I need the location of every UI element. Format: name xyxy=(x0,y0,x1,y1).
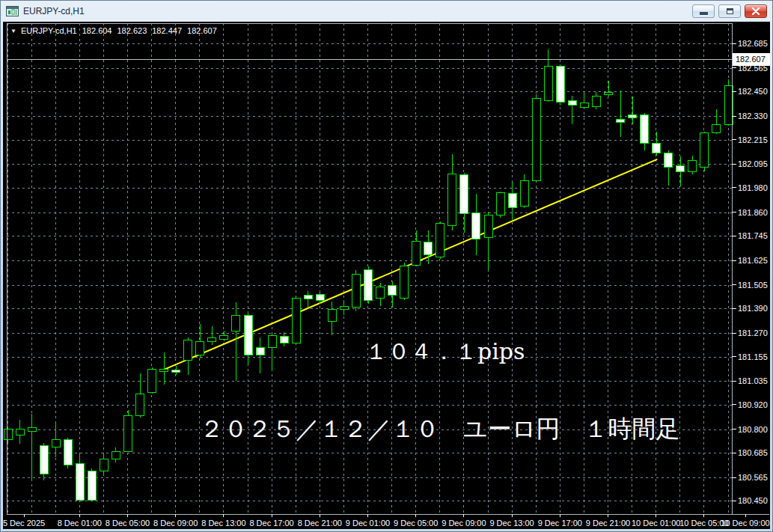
ohlc-low: 182.447 xyxy=(152,26,182,35)
symbol-dropdown-icon[interactable]: ▼ xyxy=(10,28,16,34)
time-label: 8 Dec 17:00 xyxy=(249,519,293,528)
price-label: 182.330 xyxy=(738,111,768,120)
time-label: 8 Dec 05:00 xyxy=(106,519,150,528)
candle-body xyxy=(183,340,192,360)
price-label: 182.095 xyxy=(738,159,768,168)
bid-price-box: 182.607 xyxy=(733,53,770,66)
candle-body xyxy=(364,270,372,300)
candle-body xyxy=(652,143,660,153)
candle-body xyxy=(700,133,708,167)
candle-body xyxy=(424,242,432,255)
candle-body xyxy=(712,124,720,133)
time-label: 10 Dec 01:00 xyxy=(632,519,680,528)
restore-button[interactable] xyxy=(718,4,741,18)
time-label: 8 Dec 13:00 xyxy=(201,519,245,528)
price-label: 182.215 xyxy=(738,135,768,144)
time-label: 8 Dec 21:00 xyxy=(298,519,342,528)
candle xyxy=(123,410,132,452)
candle-body xyxy=(316,294,324,300)
candle-body xyxy=(592,96,600,107)
candle-body xyxy=(4,429,12,440)
price-label: 181.860 xyxy=(738,208,768,217)
candle-body xyxy=(40,446,48,474)
candle xyxy=(88,468,96,501)
ohlc-high: 182.623 xyxy=(117,26,147,35)
candle-body xyxy=(280,336,288,343)
candle-body xyxy=(340,306,348,309)
candle-body xyxy=(520,180,528,207)
candle-body xyxy=(376,287,384,298)
candle-body xyxy=(508,194,516,208)
candle-body xyxy=(388,285,396,295)
candle xyxy=(724,79,733,126)
candle-body xyxy=(400,266,408,298)
chart-canvas[interactable]: 182.685182.565182.450182.330182.215182.0… xyxy=(3,22,770,529)
ohlc-symbol-period: EURJPY-cd,H1 xyxy=(21,26,77,35)
price-label: 182.450 xyxy=(738,87,768,96)
candle-body xyxy=(52,440,60,447)
candle-body xyxy=(412,242,420,265)
candle-body xyxy=(76,463,84,500)
ohlc-close: 182.607 xyxy=(187,26,217,35)
candle-body xyxy=(244,315,252,355)
candle xyxy=(352,270,360,311)
candle xyxy=(4,426,12,443)
candle-body xyxy=(436,224,444,257)
candle-body xyxy=(304,295,312,299)
candle xyxy=(147,367,156,394)
candle-body xyxy=(724,85,733,124)
window-title: EURJPY-cd,H1 xyxy=(23,6,85,16)
pips-annotation[interactable]: １０４．１pips xyxy=(365,337,525,367)
ohlc-open: 182.604 xyxy=(82,26,112,35)
candle-body xyxy=(471,213,480,239)
close-icon xyxy=(751,7,760,15)
price-label: 180.450 xyxy=(738,496,768,505)
candle-body xyxy=(616,119,624,122)
candle-body xyxy=(256,347,264,355)
price-label: 181.155 xyxy=(738,352,768,361)
candle-body xyxy=(231,315,239,331)
candle-body xyxy=(195,341,204,355)
candle-body xyxy=(88,471,96,500)
time-label: 8 Dec 01:00 xyxy=(58,519,102,528)
minimize-button[interactable] xyxy=(692,4,715,18)
chart-area: 182.685182.565182.450182.330182.215182.0… xyxy=(3,22,770,529)
candle-body xyxy=(532,98,540,180)
price-label: 180.800 xyxy=(738,425,768,434)
candle-body xyxy=(100,459,108,471)
candle-body xyxy=(556,67,564,102)
window-controls xyxy=(692,4,769,18)
candle-body xyxy=(123,416,132,451)
candle-body xyxy=(664,153,672,167)
candle-body xyxy=(64,440,72,465)
candle xyxy=(556,64,564,106)
candle-body xyxy=(16,429,24,435)
candle xyxy=(400,263,408,300)
title-bar[interactable]: EURJPY-cd,H1 xyxy=(1,1,772,21)
time-label: 9 Dec 05:00 xyxy=(394,519,438,528)
time-label: 9 Dec 17:00 xyxy=(538,519,582,528)
close-button[interactable] xyxy=(745,4,767,18)
chart-window-icon xyxy=(6,6,19,16)
price-label: 180.685 xyxy=(738,448,768,457)
time-label: 5 Dec 2025 xyxy=(3,519,45,528)
price-label: 181.980 xyxy=(738,183,768,192)
candle-body xyxy=(292,298,300,343)
candle-body xyxy=(568,100,576,106)
candle-body xyxy=(159,369,168,371)
price-label: 181.270 xyxy=(738,328,768,337)
candle-body xyxy=(484,215,492,238)
candle xyxy=(292,296,300,345)
candle xyxy=(436,221,444,259)
candle xyxy=(700,132,708,171)
candle-body xyxy=(28,427,36,431)
price-label: 181.035 xyxy=(738,376,768,385)
caption-annotation[interactable]: ２０２５／１２／１０ ユーロ円 １時間足 xyxy=(200,413,680,446)
candle xyxy=(496,192,504,218)
price-label: 181.625 xyxy=(738,256,768,265)
price-label: 181.505 xyxy=(738,281,768,290)
price-label: 181.745 xyxy=(738,231,768,240)
candle-body xyxy=(688,160,696,171)
time-label: 10 Dec 09:00 xyxy=(721,519,769,528)
candle-body xyxy=(447,174,456,225)
